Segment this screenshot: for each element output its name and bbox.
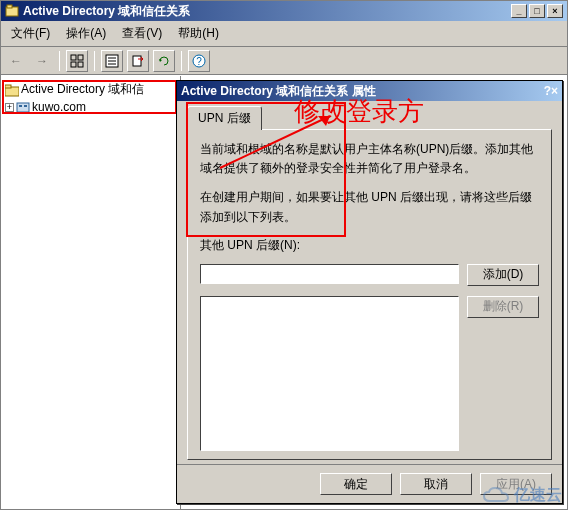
svg-rect-2 [71,55,76,60]
tree-pane: Active Directory 域和信 + kuwo.com [1,76,181,509]
dialog-help-button[interactable]: ? [544,84,551,98]
tab-panel: 当前域和根域的名称是默认用户主体名称(UPN)后缀。添加其他域名提供了额外的登录… [187,129,552,460]
toolbar-separator [181,51,182,71]
menu-action[interactable]: 操作(A) [60,23,112,44]
back-button: ← [5,50,27,72]
properties-dialog: Active Directory 域和信任关系 属性 ? × UPN 后缀 当前… [176,80,563,504]
description-2: 在创建用户期间，如果要让其他 UPN 后缀出现，请将这些后缀添加到以下列表。 [200,188,539,226]
dialog-titlebar: Active Directory 域和信任关系 属性 ? × [177,81,562,101]
ok-button[interactable]: 确定 [320,473,392,495]
svg-rect-10 [133,56,141,66]
toolbar: ← → ? [1,47,567,75]
svg-rect-4 [71,62,76,67]
svg-rect-14 [5,85,11,88]
dialog-body: UPN 后缀 当前域和根域的名称是默认用户主体名称(UPN)后缀。添加其他域名提… [177,101,562,464]
folder-tree-icon [5,83,19,97]
grid-icon [70,54,84,68]
app-icon [5,4,19,18]
tree-root[interactable]: Active Directory 域和信 [3,80,178,99]
list-row: 删除(R) [200,296,539,451]
svg-rect-16 [19,105,22,107]
tabstrip: UPN 后缀 [187,107,552,129]
minimize-button[interactable]: _ [511,4,527,18]
svg-rect-17 [24,105,27,107]
main-titlebar: Active Directory 域和信任关系 _ □ × [1,1,567,21]
tree-child[interactable]: + kuwo.com [3,99,178,115]
svg-rect-1 [7,5,12,8]
toolbar-separator [94,51,95,71]
refresh-button[interactable] [153,50,175,72]
toolbar-separator [59,51,60,71]
up-button[interactable] [66,50,88,72]
menu-file[interactable]: 文件(F) [5,23,56,44]
help-icon: ? [192,54,206,68]
upn-suffix-list[interactable] [200,296,459,451]
refresh-icon [157,54,171,68]
forward-button: → [31,50,53,72]
menubar: 文件(F) 操作(A) 查看(V) 帮助(H) [1,21,567,47]
remove-button: 删除(R) [467,296,539,318]
tab-upn-suffix[interactable]: UPN 后缀 [187,106,262,130]
domain-icon [16,100,30,114]
properties-icon [105,54,119,68]
menu-help[interactable]: 帮助(H) [172,23,225,44]
help-button[interactable]: ? [188,50,210,72]
svg-rect-5 [78,62,83,67]
input-row: 添加(D) [200,264,539,286]
svg-rect-15 [17,103,29,112]
cancel-button[interactable]: 取消 [400,473,472,495]
export-button[interactable] [127,50,149,72]
properties-button[interactable] [101,50,123,72]
dialog-close-button[interactable]: × [551,84,558,98]
dialog-title-text: Active Directory 域和信任关系 属性 [181,83,376,100]
cloud-icon [482,486,510,506]
svg-text:?: ? [196,56,202,67]
tree-root-label: Active Directory 域和信 [21,81,144,98]
add-button[interactable]: 添加(D) [467,264,539,286]
menu-view[interactable]: 查看(V) [116,23,168,44]
main-title-text: Active Directory 域和信任关系 [23,3,190,20]
watermark: 亿速云 [482,485,562,506]
export-icon [131,54,145,68]
close-button[interactable]: × [547,4,563,18]
maximize-button[interactable]: □ [529,4,545,18]
other-upn-label: 其他 UPN 后缀(N): [200,237,539,254]
expand-icon[interactable]: + [5,103,14,112]
tree-child-label: kuwo.com [32,100,86,114]
watermark-text: 亿速云 [514,485,562,506]
svg-rect-3 [78,55,83,60]
description-1: 当前域和根域的名称是默认用户主体名称(UPN)后缀。添加其他域名提供了额外的登录… [200,140,539,178]
upn-suffix-input[interactable] [200,264,459,284]
